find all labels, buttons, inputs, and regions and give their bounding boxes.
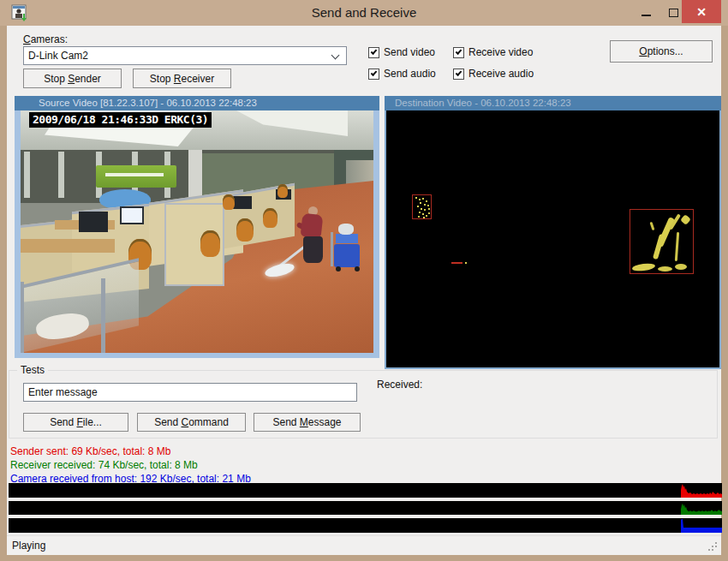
office-chair	[277, 184, 288, 198]
cart-wheel	[355, 266, 360, 272]
app-window: Send and Receive ✕ Cameras: D-Link Cam2 …	[0, 0, 728, 561]
receive-video-checkbox[interactable]: Receive video	[453, 46, 533, 58]
checkbox-box	[368, 47, 379, 58]
label-fragment: ptions...	[647, 45, 683, 57]
minimize-button[interactable]	[634, 0, 658, 23]
camera-select[interactable]: D-Link Cam2	[23, 46, 347, 65]
sender-sent-stat: Sender sent: 69 Kb/sec, total: 8 Mb	[10, 445, 170, 457]
minimize-icon	[641, 15, 651, 16]
send-audio-checkbox[interactable]: Send audio	[368, 68, 436, 80]
label-fragment: ender	[75, 73, 101, 85]
check-icon	[371, 69, 378, 76]
send-message-button[interactable]: Send Message	[254, 413, 361, 432]
partition-post	[21, 282, 24, 353]
options-button[interactable]: Options...	[610, 40, 713, 63]
receiver-received-stat: Receiver received: 74 Kb/sec, total: 8 M…	[10, 459, 198, 471]
label-fragment: ommand	[188, 416, 229, 428]
cleaner-legs	[303, 236, 323, 263]
label-fragment: Stop	[44, 73, 68, 85]
motion-pixels	[632, 262, 656, 272]
button-label: Send Command	[154, 416, 229, 428]
label-fragment: essage	[308, 416, 342, 428]
check-icon	[371, 48, 378, 55]
office-chair	[236, 218, 254, 242]
camera-timestamp-overlay: 2009/06/18 21:46:33D ERKC(3)	[29, 112, 212, 128]
cleaning-cart-handle	[331, 232, 333, 266]
status-text: Playing	[12, 540, 45, 552]
checkbox-label: Send audio	[384, 68, 436, 80]
button-label: Options...	[639, 45, 683, 57]
cleaning-cart-tray	[336, 234, 358, 243]
window-frame	[24, 152, 30, 198]
camera-select-value: D-Link Cam2	[28, 50, 88, 62]
label-fragment: Send	[272, 416, 299, 428]
cleaning-cart-bag	[338, 224, 354, 235]
motion-pixels	[650, 222, 655, 230]
status-bar: Playing	[7, 535, 721, 555]
close-button[interactable]: ✕	[682, 0, 721, 23]
label-fragment: O	[639, 45, 647, 57]
motion-dash	[451, 262, 462, 264]
motion-pixels	[675, 232, 679, 261]
cart-wheel	[336, 266, 341, 272]
cleaner-torso	[301, 213, 324, 238]
motion-pixels	[675, 264, 687, 270]
checkbox-box	[368, 69, 379, 80]
source-video-feed: 2009/06/18 21:46:33D ERKC(3)	[21, 110, 373, 353]
button-label: Stop Sender	[44, 73, 101, 85]
receiver-traffic-strip	[9, 501, 722, 515]
motion-dot	[465, 262, 467, 264]
stop-receiver-button[interactable]: Stop Receiver	[133, 69, 231, 88]
office-column	[188, 150, 202, 201]
send-video-checkbox[interactable]: Send video	[368, 46, 435, 58]
camera-traffic-strip	[9, 518, 722, 533]
label-fragment: F	[77, 416, 83, 428]
label-fragment: Stop	[150, 73, 174, 85]
partition-post	[101, 278, 105, 353]
motion-pixels	[680, 214, 691, 225]
label-fragment: R	[174, 73, 182, 85]
destination-video-header: Destination Video - 06.10.2013 22:48:23	[385, 96, 721, 110]
office-monitor	[79, 212, 108, 232]
motion-detection-box	[412, 194, 432, 219]
label-fragment: M	[300, 416, 308, 428]
check-icon	[456, 48, 462, 55]
close-icon: ✕	[696, 5, 707, 19]
office-monitor	[233, 196, 252, 209]
send-file-button[interactable]: Send File...	[23, 413, 128, 432]
destination-video-panel: Destination Video - 06.10.2013 22:48:23	[385, 96, 721, 369]
window-title: Send and Receive	[0, 5, 728, 20]
send-command-button[interactable]: Send Command	[137, 413, 246, 432]
message-input[interactable]	[23, 383, 357, 402]
label-fragment: eceiver	[182, 73, 215, 85]
cleaning-cart-bucket	[334, 244, 360, 267]
sender-traffic-strip	[9, 483, 722, 498]
source-video-panel: Source Video [81.22.3.107] - 06.10.2013 …	[15, 96, 379, 358]
office-chair	[223, 194, 235, 210]
checkbox-label: Receive video	[468, 46, 533, 58]
chevron-down-icon	[331, 51, 340, 60]
button-label: Stop Receiver	[150, 73, 214, 85]
received-label: Received:	[377, 379, 422, 391]
label-fragment: Send	[154, 416, 181, 428]
check-icon	[456, 69, 462, 76]
motion-pixels	[658, 266, 672, 272]
checkbox-box	[453, 47, 464, 58]
office-monitor-bright	[120, 206, 144, 224]
label-fragment: ile...	[83, 416, 102, 428]
receiver-traffic-graph	[681, 501, 722, 515]
window-frame	[58, 152, 64, 198]
checkbox-label: Receive audio	[468, 68, 534, 80]
button-label: Send Message	[272, 416, 341, 428]
sender-traffic-graph	[681, 483, 722, 498]
button-label: Send File...	[50, 416, 102, 428]
checkbox-label: Send video	[384, 46, 435, 58]
resize-grip-icon[interactable]	[715, 549, 717, 551]
motion-pixels	[415, 197, 417, 199]
receive-audio-checkbox[interactable]: Receive audio	[453, 68, 534, 80]
title-bar[interactable]: Send and Receive ✕	[0, 0, 728, 26]
checkbox-box	[453, 69, 464, 80]
tests-group-label: Tests	[17, 364, 48, 376]
destination-video-feed	[386, 110, 719, 367]
stop-sender-button[interactable]: Stop Sender	[23, 69, 122, 88]
